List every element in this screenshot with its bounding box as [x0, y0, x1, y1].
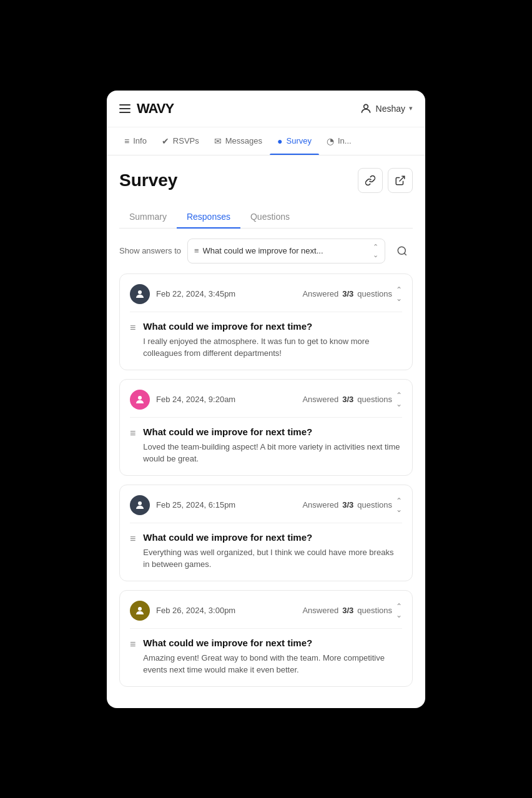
question-list-icon: ≡: [130, 322, 135, 333]
question-list-icon: ≡: [130, 428, 135, 439]
filter-list-icon: ≡: [194, 246, 199, 255]
response-date: Feb 25, 2024, 6:15pm: [156, 500, 235, 510]
sub-tab-summary[interactable]: Summary: [119, 205, 177, 228]
answered-label: Answered: [302, 606, 338, 615]
chevron-down-icon: ▾: [409, 104, 413, 112]
search-button[interactable]: [392, 240, 413, 262]
card-header-left: Feb 22, 2024, 3:45pm: [130, 284, 235, 304]
tab-insights[interactable]: ◔ In...: [319, 127, 359, 155]
tab-rsvps[interactable]: ✔ RSVPs: [154, 127, 207, 155]
header-left: WAVY: [119, 101, 174, 117]
tab-insights-label: In...: [338, 136, 352, 145]
sub-tab-responses[interactable]: Responses: [177, 205, 240, 228]
filter-label: Show answers to: [119, 246, 181, 255]
user-menu[interactable]: Neshay ▾: [360, 102, 413, 115]
question-content: What could we improve for next time? I r…: [143, 321, 402, 360]
question-title: What could we improve for next time?: [143, 532, 402, 543]
questions-label: questions: [357, 500, 392, 510]
sub-tabs: Summary Responses Questions: [119, 205, 413, 229]
question-item: ≡ What could we improve for next time? I…: [130, 321, 402, 360]
user-icon: [360, 102, 372, 115]
header: WAVY Neshay ▾: [107, 91, 425, 127]
external-link-icon: [395, 175, 406, 186]
svg-line-3: [404, 253, 406, 255]
svg-point-0: [363, 104, 368, 109]
question-list-icon: ≡: [130, 639, 135, 650]
chat-icon: ●: [277, 136, 282, 146]
question-title: What could we improve for next time?: [143, 321, 402, 332]
title-actions: [358, 168, 413, 193]
question-filter-dropdown[interactable]: ≡ What could we improve for next... ⌃⌄: [187, 239, 385, 264]
question-answer: Amazing event! Great way to bond with th…: [143, 652, 402, 676]
list-icon: ≡: [124, 136, 129, 146]
tab-messages[interactable]: ✉ Messages: [207, 127, 270, 155]
nav-tabs: ≡ Info ✔ RSVPs ✉ Messages ● Survey ◔ In.…: [107, 127, 425, 155]
tab-rsvps-label: RSVPs: [173, 136, 199, 145]
response-date: Feb 22, 2024, 3:45pm: [156, 289, 235, 298]
responses-list: Feb 22, 2024, 3:45pm Answered 3/3 questi…: [119, 273, 413, 687]
expand-icon[interactable]: ⌃⌄: [396, 285, 402, 303]
filter-selected-value: What could we improve for next...: [203, 246, 369, 255]
question-answer: Everything was well organized, but I thi…: [143, 546, 402, 571]
svg-point-6: [138, 501, 142, 505]
response-card: Feb 25, 2024, 6:15pm Answered 3/3 questi…: [119, 485, 413, 581]
card-header-left: Feb 26, 2024, 3:00pm: [130, 601, 235, 621]
question-item: ≡ What could we improve for next time? E…: [130, 532, 402, 571]
page-title: Survey: [119, 170, 177, 190]
question-content: What could we improve for next time? Ama…: [143, 638, 402, 676]
question-answer: Loved the team-building aspect! A bit mo…: [143, 441, 402, 465]
tab-info-label: Info: [133, 136, 147, 145]
tab-survey[interactable]: ● Survey: [270, 127, 319, 155]
question-item: ≡ What could we improve for next time? L…: [130, 426, 402, 465]
question-list-icon: ≡: [130, 533, 135, 544]
questions-label: questions: [357, 289, 392, 298]
pie-chart-icon: ◔: [327, 136, 334, 146]
external-link-button[interactable]: [388, 168, 413, 193]
card-header-left: Feb 24, 2024, 9:20am: [130, 390, 235, 410]
answered-count: 3/3: [342, 500, 353, 510]
svg-point-5: [138, 396, 142, 400]
answered-count: 3/3: [342, 395, 353, 404]
question-content: What could we improve for next time? Lov…: [143, 426, 402, 465]
question-item: ≡ What could we improve for next time? A…: [130, 638, 402, 676]
phone-container: WAVY Neshay ▾ ≡ Info ✔ RSVPs ✉ Messages …: [107, 91, 425, 708]
card-header: Feb 22, 2024, 3:45pm Answered 3/3 questi…: [130, 284, 402, 312]
svg-point-4: [138, 290, 142, 294]
svg-line-1: [400, 176, 405, 181]
expand-icon[interactable]: ⌃⌄: [396, 496, 402, 514]
question-title: What could we improve for next time?: [143, 426, 402, 437]
sub-tab-questions[interactable]: Questions: [240, 205, 300, 228]
tab-info[interactable]: ≡ Info: [117, 127, 154, 155]
card-header: Feb 25, 2024, 6:15pm Answered 3/3 questi…: [130, 495, 402, 523]
expand-icon[interactable]: ⌃⌄: [396, 602, 402, 619]
svg-point-2: [398, 247, 405, 254]
avatar: [130, 495, 150, 515]
card-header: Feb 26, 2024, 3:00pm Answered 3/3 questi…: [130, 601, 402, 629]
search-icon: [397, 245, 408, 257]
chevron-updown-icon: ⌃⌄: [373, 243, 378, 259]
response-card: Feb 22, 2024, 3:45pm Answered 3/3 questi…: [119, 273, 413, 370]
filter-row: Show answers to ≡ What could we improve …: [119, 239, 413, 264]
check-circle-icon: ✔: [162, 136, 169, 146]
card-header: Feb 24, 2024, 9:20am Answered 3/3 questi…: [130, 390, 402, 418]
page-title-row: Survey: [119, 168, 413, 193]
avatar: [130, 390, 150, 410]
response-card: Feb 24, 2024, 9:20am Answered 3/3 questi…: [119, 379, 413, 476]
expand-icon[interactable]: ⌃⌄: [396, 391, 402, 408]
envelope-icon: ✉: [214, 136, 222, 146]
response-date: Feb 24, 2024, 9:20am: [156, 395, 235, 404]
question-answer: I really enjoyed the atmosphere. It was …: [143, 335, 402, 360]
questions-label: questions: [357, 606, 392, 615]
response-card: Feb 26, 2024, 3:00pm Answered 3/3 questi…: [119, 590, 413, 687]
question-content: What could we improve for next time? Eve…: [143, 532, 402, 571]
avatar: [130, 284, 150, 304]
answered-label: Answered: [302, 289, 338, 298]
answered-count: 3/3: [342, 606, 353, 615]
hamburger-icon[interactable]: [119, 104, 131, 113]
answered-label: Answered: [302, 395, 338, 404]
questions-label: questions: [357, 395, 392, 404]
link-icon: [365, 175, 376, 186]
answered-label: Answered: [302, 500, 338, 510]
link-button[interactable]: [358, 168, 383, 193]
user-name: Neshay: [376, 104, 405, 114]
